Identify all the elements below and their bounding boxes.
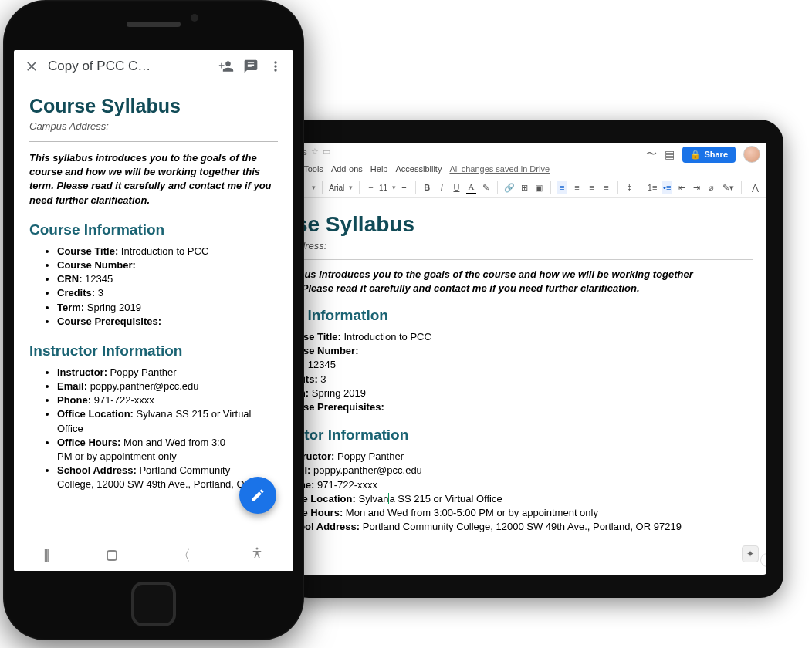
docs-title-bar: abus ☆ ▭ 〜 ▤ 🔒 Share [286, 143, 766, 163]
list-item: erm: Spring 2019 [287, 386, 753, 400]
comment-icon[interactable] [242, 58, 259, 75]
align-right-button[interactable]: ≡ [587, 181, 597, 194]
list-item: Credits: 3 [57, 286, 278, 300]
list-item: mail: poppy.panther@pcc.edu [287, 464, 753, 478]
text-color-button[interactable]: A [466, 181, 476, 194]
expand-button[interactable]: ⋀ [748, 181, 762, 194]
hr [29, 141, 278, 142]
home-button[interactable] [107, 550, 117, 561]
menu-accessibility[interactable]: Accessibility [395, 164, 442, 174]
separator [641, 181, 641, 194]
list-item: ffice Location: Sylvana SS 215 or Virtua… [287, 492, 753, 506]
explore-button[interactable]: ✦ [742, 545, 759, 562]
saved-status[interactable]: All changes saved in Drive [449, 164, 550, 174]
campus-address: Campus Address: [29, 120, 278, 132]
course-info-heading: Course Information [29, 221, 278, 238]
comment-button[interactable]: ⊞ [519, 181, 529, 194]
share-label: Share [704, 150, 728, 159]
list-item: Office Hours: Mon and Wed from 3:0PM or … [57, 436, 278, 464]
course-info-heading: se Information [287, 307, 753, 324]
docs-menubar: at Tools Add-ons Help Accessibility All … [286, 163, 766, 177]
menu-tools[interactable]: Tools [303, 164, 323, 174]
more-vert-icon[interactable] [267, 58, 284, 75]
separator [497, 181, 498, 194]
svg-point-0 [255, 548, 258, 550]
numbered-list-button[interactable]: 1≡ [648, 181, 658, 194]
font-size-inc[interactable]: + [399, 181, 409, 194]
editing-mode-button[interactable]: ✎▾ [721, 181, 735, 194]
accessibility-button[interactable] [250, 546, 264, 564]
lock-icon: 🔒 [690, 150, 701, 160]
list-item: CRN: 12345 [57, 272, 278, 286]
android-nav-bar: ||| 〈 [14, 538, 293, 571]
tablet-screen: abus ☆ ▭ 〜 ▤ 🔒 Share at Tools Add-ons He… [286, 143, 766, 575]
highlight-button[interactable]: ✎ [481, 181, 491, 194]
instructor-info-heading: Instructor Information [29, 343, 278, 359]
align-justify-button[interactable]: ≡ [601, 181, 611, 194]
list-item: ourse Number: [287, 344, 753, 358]
list-item: Course Title: Introduction to PCC [57, 245, 278, 258]
campus-address: Address: [287, 240, 753, 251]
clear-format-button[interactable]: ⌀ [706, 181, 716, 194]
list-item: ffice Hours: Mon and Wed from 3:00-5:00 … [287, 506, 753, 520]
doc-title: Course Syllabus [29, 95, 278, 117]
document-canvas-mobile[interactable]: Course Syllabus Campus Address: This syl… [14, 81, 293, 538]
list-item: chool Address: Portland Community Colleg… [287, 520, 753, 534]
document-canvas[interactable]: rse Syllabus Address: llabus introduces … [286, 198, 766, 570]
separator [322, 181, 323, 194]
list-item: Instructor: Poppy Panther [57, 366, 278, 380]
intro-text: This syllabus introduces you to the goal… [29, 151, 278, 208]
bold-button[interactable]: B [422, 181, 432, 194]
line-spacing-button[interactable]: ‡ [624, 181, 634, 194]
share-button[interactable]: 🔒 Share [682, 147, 736, 163]
font-size-dec[interactable]: − [366, 181, 376, 194]
intro-text: llabus introduces you to the goals of th… [287, 268, 753, 295]
image-button[interactable]: ▣ [534, 181, 544, 194]
indent-inc-button[interactable]: ⇥ [692, 181, 702, 194]
close-icon[interactable] [23, 58, 40, 75]
list-item: ourse Prerequisites: [287, 400, 753, 414]
list-item: Phone: 971-722-xxxx [57, 393, 278, 407]
italic-button[interactable]: I [437, 181, 447, 194]
link-button[interactable]: 🔗 [504, 181, 515, 194]
bulleted-list-button[interactable]: •≡ [662, 181, 672, 194]
edit-fab[interactable] [239, 477, 276, 514]
back-button[interactable]: 〈 [177, 546, 191, 565]
font-size[interactable]: 11 [381, 181, 394, 194]
activity-icon[interactable]: 〜 [646, 147, 657, 161]
avatar[interactable] [743, 146, 760, 163]
app-bar: Copy of PCC C… [14, 50, 293, 81]
comment-history-icon[interactable]: ▤ [665, 148, 675, 160]
list-item: redits: 3 [287, 373, 753, 386]
person-add-icon[interactable] [218, 58, 235, 75]
separator [741, 181, 742, 194]
recents-button[interactable]: ||| [43, 547, 47, 563]
folder-icon[interactable]: ▭ [323, 147, 330, 157]
star-icon[interactable]: ☆ [311, 147, 319, 157]
phone-screen: Copy of PCC C… Course Syllabus Campus Ad… [14, 50, 293, 571]
separator [617, 181, 618, 194]
list-item: Course Number: [57, 258, 278, 272]
phone-home-button[interactable] [131, 582, 176, 626]
list-item: Email: poppy.panther@pcc.edu [57, 380, 278, 393]
menu-help[interactable]: Help [370, 164, 388, 174]
tablet-device: abus ☆ ▭ 〜 ▤ 🔒 Share at Tools Add-ons He… [286, 120, 783, 598]
doc-title-mobile[interactable]: Copy of PCC C… [48, 59, 210, 74]
underline-button[interactable]: U [452, 181, 462, 194]
list-item: Term: Spring 2019 [57, 301, 278, 315]
instructor-list: Instructor: Poppy Panther Email: poppy.p… [29, 366, 278, 492]
separator [550, 181, 551, 194]
doc-title: rse Syllabus [287, 212, 753, 237]
list-item: hone: 971-722-xxxx [287, 478, 753, 492]
list-item: Course Prerequisites: [57, 315, 278, 329]
separator [415, 181, 416, 194]
docs-toolbar: mal text Arial − 11 + B I U A ✎ 🔗 ⊞ ▣ ≡ … [286, 177, 766, 198]
font-select[interactable]: Arial [329, 181, 353, 194]
list-item: ourse Title: Introduction to PCC [287, 330, 753, 344]
menu-addons[interactable]: Add-ons [331, 164, 363, 174]
align-center-button[interactable]: ≡ [572, 181, 582, 194]
phone-device: Copy of PCC C… Course Syllabus Campus Ad… [3, 0, 304, 640]
course-list: Course Title: Introduction to PCC Course… [29, 245, 278, 329]
align-left-button[interactable]: ≡ [557, 181, 567, 194]
indent-dec-button[interactable]: ⇤ [677, 181, 687, 194]
